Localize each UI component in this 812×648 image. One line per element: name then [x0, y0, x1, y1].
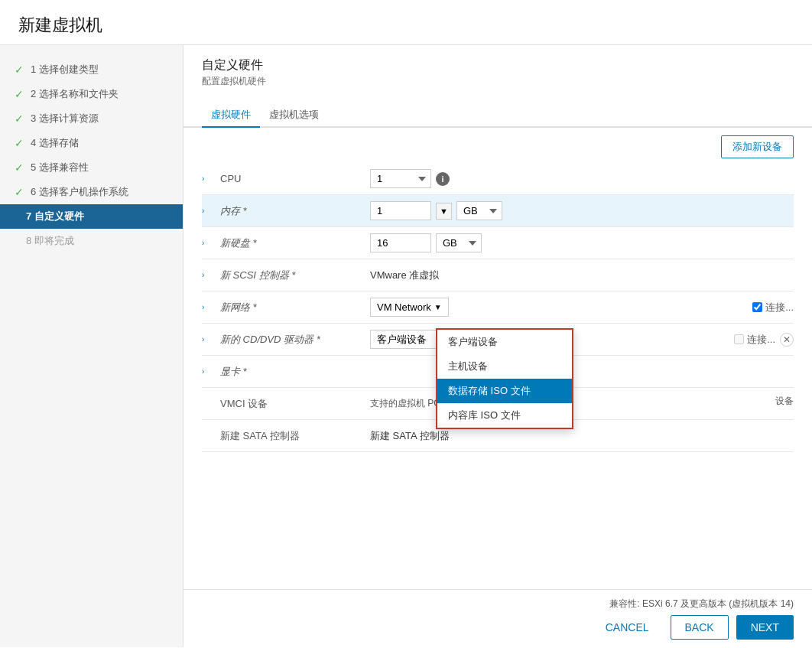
- network-connect-checkbox[interactable]: [752, 302, 762, 312]
- hardware-table: ›CPU124i›内存 *▼GBMB›新硬盘 *GBMB›新 SCSI 控制器 …: [184, 163, 812, 589]
- hw-label-cpu: CPU: [217, 173, 370, 184]
- hw-label-display: 显卡 *: [217, 365, 370, 379]
- sidebar-item-step1[interactable]: ✓1 选择创建类型: [0, 57, 183, 82]
- memory-input[interactable]: [370, 201, 431, 220]
- disk-unit-select[interactable]: GBMB: [436, 233, 482, 252]
- toolbar: 添加新设备: [184, 128, 812, 163]
- hw-value-network: VM Network ▼: [370, 298, 752, 317]
- compat-text: 兼容性: ESXi 6.7 及更高版本 (虚拟机版本 14): [202, 598, 794, 611]
- dropdown-option-host-device[interactable]: 主机设备: [437, 354, 572, 379]
- step-label: 1 选择创建类型: [31, 63, 99, 77]
- sidebar-item-step4[interactable]: ✓4 选择存储: [0, 131, 183, 155]
- memory-unit-select[interactable]: GBMB: [456, 201, 502, 220]
- network-connect-label[interactable]: 连接...: [752, 301, 794, 314]
- memory-unit-arrow[interactable]: ▼: [436, 203, 452, 220]
- step-label: 6 选择客户机操作系统: [31, 185, 128, 199]
- hw-value-sata: 新建 SATA 控制器: [370, 429, 794, 443]
- cancel-button[interactable]: CANCEL: [592, 615, 663, 640]
- hw-row-new_disk: ›新硬盘 *GBMB: [202, 227, 794, 259]
- sidebar-item-step6[interactable]: ✓6 选择客户机操作系统: [0, 180, 183, 204]
- hw-row-cpu: ›CPU124i: [202, 163, 794, 195]
- tab-0[interactable]: 虚拟硬件: [202, 103, 260, 128]
- page-header: 新建虚拟机: [0, 0, 812, 45]
- dropdown-option-client-device[interactable]: 客户端设备: [437, 330, 572, 354]
- step-label: 2 选择名称和文件夹: [31, 87, 119, 101]
- cddvd-connect-label: 连接...: [734, 333, 775, 347]
- hw-row-memory: ›内存 *▼GBMB: [202, 195, 794, 227]
- cddvd-connect-checkbox[interactable]: [734, 334, 744, 344]
- step-label: 5 选择兼容性: [31, 161, 89, 174]
- hw-label-sata: 新建 SATA 控制器: [217, 429, 370, 443]
- hw-label-vmci: VMCI 设备: [217, 397, 370, 411]
- check-icon: ✓: [12, 112, 26, 125]
- content-header-sub: 配置虚拟机硬件: [202, 75, 794, 88]
- hw-value-new_disk: GBMB: [370, 233, 794, 252]
- network-select-btn[interactable]: VM Network ▼: [370, 298, 449, 317]
- step-label: 4 选择存储: [31, 136, 79, 150]
- check-icon: ✓: [12, 161, 26, 174]
- sata-value: 新建 SATA 控制器: [370, 429, 450, 443]
- cpu-info-icon[interactable]: i: [436, 172, 450, 186]
- hw-label-network: 新网络 *: [217, 301, 370, 314]
- dropdown-option-content-library-iso[interactable]: 内容库 ISO 文件: [437, 403, 572, 428]
- page-title: 新建虚拟机: [18, 14, 794, 37]
- hw-value-cpu: 124i: [370, 169, 794, 188]
- step-label: 7 自定义硬件: [26, 210, 84, 223]
- sidebar-item-step2[interactable]: ✓2 选择名称和文件夹: [0, 82, 183, 106]
- check-icon: ✓: [12, 63, 26, 76]
- sidebar-item-step3[interactable]: ✓3 选择计算资源: [0, 106, 183, 131]
- cddvd-actions: 连接...✕: [734, 333, 794, 347]
- hw-label-new_disk: 新硬盘 *: [217, 236, 370, 250]
- network-actions: 连接...: [752, 301, 794, 314]
- tabs-container: 虚拟硬件虚拟机选项: [184, 94, 812, 128]
- content-header-title: 自定义硬件: [202, 57, 794, 73]
- step-label: 8 即将完成: [26, 234, 74, 248]
- hw-value-memory: ▼GBMB: [370, 201, 794, 220]
- expand-arrow-memory[interactable]: ›: [202, 207, 217, 215]
- hw-label-memory: 内存 *: [217, 204, 370, 218]
- cpu-select[interactable]: 124: [370, 169, 431, 188]
- tab-1[interactable]: 虚拟机选项: [260, 103, 328, 128]
- page-footer: 兼容性: ESXi 6.7 及更高版本 (虚拟机版本 14) CANCEL BA…: [184, 589, 812, 647]
- footer-buttons: CANCEL BACK NEXT: [202, 615, 794, 640]
- content-area: 自定义硬件 配置虚拟机硬件 虚拟硬件虚拟机选项 添加新设备 ›CPU124i›内…: [184, 45, 812, 647]
- hw-label-scsi: 新 SCSI 控制器 *: [217, 269, 370, 282]
- back-button[interactable]: BACK: [671, 615, 729, 640]
- content-header: 自定义硬件 配置虚拟机硬件: [184, 45, 812, 88]
- hw-row-scsi: ›新 SCSI 控制器 *VMware 准虚拟: [202, 259, 794, 291]
- cddvd-dropdown-popup: 客户端设备 主机设备 数据存储 ISO 文件 内容库 ISO 文件: [436, 328, 573, 429]
- sidebar-item-step7[interactable]: 7 自定义硬件: [0, 204, 183, 229]
- check-icon: ✓: [12, 137, 26, 149]
- scsi-value: VMware 准虚拟: [370, 269, 439, 282]
- expand-arrow-network[interactable]: ›: [202, 303, 217, 311]
- hw-value-scsi: VMware 准虚拟: [370, 269, 794, 282]
- dropdown-option-datastore-iso[interactable]: 数据存储 ISO 文件: [437, 379, 572, 403]
- hw-row-network: ›新网络 *VM Network ▼ 连接...: [202, 291, 794, 324]
- expand-arrow-display[interactable]: ›: [202, 367, 217, 376]
- expand-arrow-scsi[interactable]: ›: [202, 271, 217, 279]
- expand-arrow-new_disk[interactable]: ›: [202, 239, 217, 247]
- expand-arrow-cpu[interactable]: ›: [202, 174, 217, 183]
- add-device-button[interactable]: 添加新设备: [721, 135, 794, 158]
- sidebar: ✓1 选择创建类型✓2 选择名称和文件夹✓3 选择计算资源✓4 选择存储✓5 选…: [0, 45, 184, 647]
- step-label: 3 选择计算资源: [31, 112, 99, 125]
- next-button[interactable]: NEXT: [736, 615, 794, 640]
- sidebar-item-step5[interactable]: ✓5 选择兼容性: [0, 155, 183, 180]
- expand-arrow-cddvd[interactable]: ›: [202, 335, 217, 344]
- vmci-desc-line2: 设备: [607, 395, 794, 412]
- check-icon: ✓: [12, 88, 26, 100]
- sidebar-item-step8: 8 即将完成: [0, 229, 183, 253]
- cddvd-close-icon[interactable]: ✕: [780, 333, 794, 347]
- check-icon: ✓: [12, 186, 26, 198]
- main-layout: ✓1 选择创建类型✓2 选择名称和文件夹✓3 选择计算资源✓4 选择存储✓5 选…: [0, 45, 812, 647]
- disk-input[interactable]: [370, 233, 431, 252]
- hw-label-cddvd: 新的 CD/DVD 驱动器 *: [217, 333, 370, 347]
